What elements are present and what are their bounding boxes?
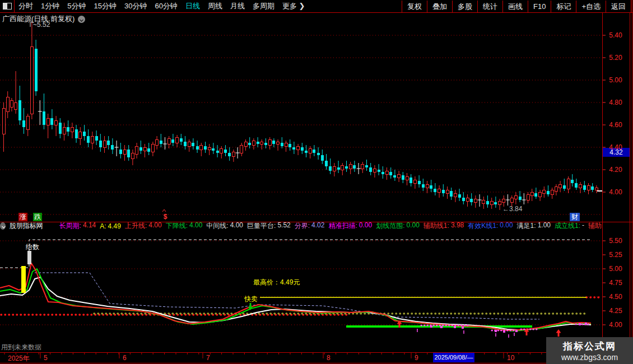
indicator-param: A:4.49 [100,222,121,230]
indicator-axis-label: 5.25 [603,251,629,259]
indicator-axis-label: 4.75 [603,279,629,287]
quick-sell-note: 快卖 [244,295,258,304]
fall-badge[interactable]: 跌 [33,213,42,221]
main-axis-label: 4.80 [603,99,629,106]
indicator-axis-label: 4.00 [603,321,629,329]
future-data-note: 用到未来数据 [1,343,41,352]
indicator-param: 辅助 [588,222,602,230]
timeline-month: 8 [327,354,331,362]
main-axis-label: 4.40 [603,143,629,151]
main-axis-label: 4.00 [603,188,629,196]
tools-menu: 复权叠加多股统计画线F10标记+自选返回 [402,0,631,12]
tool-button-6[interactable]: 标记 [551,1,576,12]
indicator-header: 股朋指标网 长周期:4.14A:4.49上升线:4.00下降线:4.00中间线:… [0,222,602,230]
period-menu: 分时1分钟5分钟15分钟30分钟60分钟日线周线月线多周期更多 ❯ [18,0,305,12]
tool-button-8[interactable]: 返回 [606,1,631,12]
indicator-param: 上升线:4.00 [125,222,162,230]
period-tab-5[interactable]: 60分钟 [155,1,177,11]
period-tab-0[interactable]: 分时 [18,1,33,11]
timeline-year: 2025年 [8,354,30,363]
watermark-site-name: 指标公式网 [563,340,616,353]
tool-button-4[interactable]: 画线 [502,1,528,12]
indicator-param: 中间线:4.00 [206,222,243,230]
main-axis-label: 4.60 [603,121,629,129]
timeline-month: 9 [415,354,418,362]
indicator-param: 巨量平台:5.52 [247,222,291,230]
main-axis-label: 4.20 [603,166,629,174]
indicator-param: 划线范围:0.00 [376,222,420,230]
tool-button-3[interactable]: 统计 [477,1,502,12]
axis-right-border [630,13,630,363]
indicator-axis-label: 5.00 [603,265,629,273]
collapse-indicator-icon[interactable] [0,222,6,230]
screen-right-border [632,0,632,364]
tool-button-0[interactable]: 复权 [402,1,427,12]
indicator-param: 分界:4.02 [295,222,325,230]
panel-layout-icon [3,3,12,10]
dollar-marker[interactable]: $ [161,213,170,221]
main-axis-label: 5.40 [603,31,629,39]
watermark-site-url: www.zbgs3.com [561,353,618,362]
period-tab-1[interactable]: 1分钟 [41,1,59,11]
chart-canvas [0,0,633,364]
indicator-source: 股朋指标网 [10,222,43,230]
watermark: 指标公式网 www.zbgs3.com [546,337,633,364]
main-axis-label: 5.20 [603,54,629,62]
period-tab-2[interactable]: 5分钟 [67,1,86,11]
indicator-param: 有效K线1:0.00 [468,222,513,230]
indicator-param: 长周期:4.14 [59,222,96,230]
window-layout-icon-box[interactable] [0,0,15,12]
period-tab-8[interactable]: 月线 [230,1,245,11]
period-tab-3[interactable]: 15分钟 [94,1,116,11]
low-price-annotation: ←3.84 [502,205,522,213]
period-tab-6[interactable]: 日线 [185,1,200,11]
timeline-top-border [0,352,633,353]
timeline-bottom-border [0,363,633,363]
indicator-param: 下降线:4.00 [166,222,203,230]
timeline-month: 10 [507,354,514,362]
high-price-annotation: ~5.52 [33,21,50,29]
period-tab-4[interactable]: 30分钟 [124,1,147,11]
indicator-axis-label: 4.25 [603,307,629,315]
main-axis-label: 5.00 [603,76,629,84]
indicator-param: 辅助线1:3.98 [423,222,464,230]
finance-badge[interactable]: 财 [570,213,580,221]
period-tab-10[interactable]: 更多 ❯ [282,1,305,11]
timeline-month: 6 [123,354,127,362]
trading-app-window: 分时1分钟5分钟15分钟30分钟60分钟日线周线月线多周期更多 ❯ 复权叠加多股… [0,0,633,364]
tool-button-7[interactable]: +自选 [576,1,606,12]
tool-button-2[interactable]: 多股 [452,1,477,12]
clipped-indicator-label: 绐数 [26,242,39,252]
indicator-axis-label: 4.50 [603,293,629,301]
period-tab-9[interactable]: 多周期 [253,1,274,11]
timeline-month: 5 [44,354,48,362]
chevron-down-icon[interactable] [78,16,85,23]
highest-price-note: 最高价：4.49元 [253,278,300,287]
selected-date-tag: 2025/09/08/— [433,353,474,362]
indicator-param: 满足1:1.00 [517,222,551,230]
period-tab-7[interactable]: 周线 [208,1,222,11]
timeline-month: 7 [206,354,210,362]
indicator-param: 精准扫描:0.00 [328,222,372,230]
rise-badge[interactable]: 涨 [18,213,27,221]
tool-button-1[interactable]: 叠加 [427,1,452,12]
tool-button-5[interactable]: F10 [528,1,551,12]
indicator-axis-label: 5.50 [603,237,629,245]
indicator-param: 成立线1:- [555,222,584,230]
